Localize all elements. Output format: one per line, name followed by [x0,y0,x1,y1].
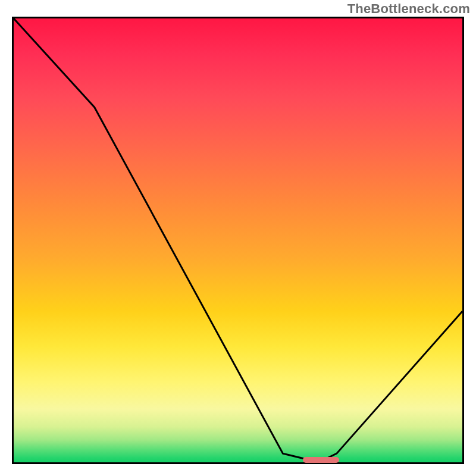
curve-path [14,18,462,462]
chart-container: TheBottleneck.com [0,0,476,476]
watermark-text: TheBottleneck.com [347,1,470,17]
valley-marker [303,457,339,463]
bottleneck-curve [14,18,462,462]
plot-frame [12,17,464,464]
